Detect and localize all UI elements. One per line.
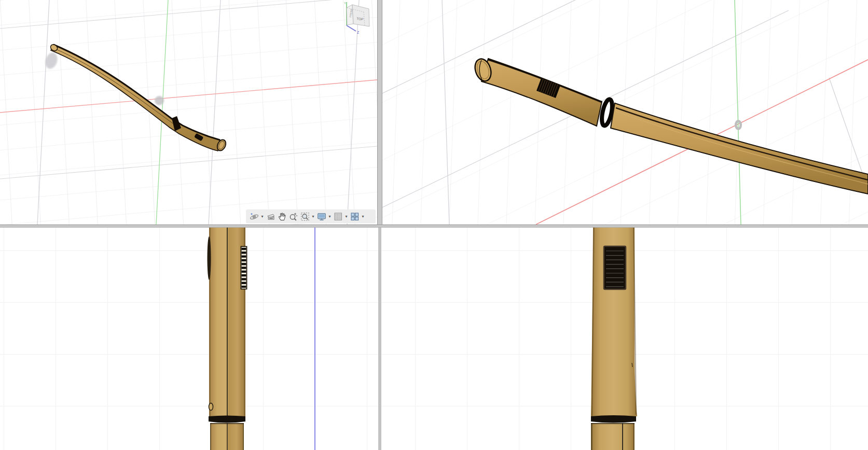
orbit-dropdown-caret[interactable]: ▾ — [260, 211, 265, 222]
z-axis-line — [314, 228, 315, 450]
viewport-bottom-left[interactable] — [0, 228, 378, 450]
viewport-top-right-canvas — [382, 0, 868, 224]
viewport-bottom-right-canvas — [381, 228, 868, 450]
orbit-icon — [250, 212, 259, 221]
grip-edge-on — [208, 236, 211, 280]
viewport-bottom-left-canvas — [0, 228, 378, 450]
horizontal-viewport-divider[interactable] — [0, 224, 868, 228]
perspective-grid — [0, 0, 377, 224]
look-at-icon — [266, 212, 275, 221]
viewport-top-left-canvas: TOP FRONT Y Z — [0, 0, 377, 224]
scabbard-column[interactable] — [591, 423, 635, 450]
model-sword-ortho-side[interactable] — [208, 228, 247, 450]
model-sword-ortho-front[interactable] — [591, 228, 637, 450]
origin-marker[interactable] — [155, 96, 164, 105]
grid-icon — [334, 212, 343, 221]
display-settings-button[interactable] — [316, 211, 327, 222]
viewport-bottom-right[interactable] — [381, 228, 868, 450]
vertical-viewport-divider-top[interactable] — [377, 0, 382, 224]
viewport-top-right[interactable] — [382, 0, 868, 224]
orbit-button[interactable] — [249, 211, 259, 222]
vertical-viewport-divider-bottom[interactable] — [378, 228, 381, 450]
pan-button[interactable] — [277, 211, 287, 222]
navigation-toolbar: ▾ — [246, 209, 376, 223]
ring-band[interactable] — [591, 415, 636, 423]
grid-and-snaps-button[interactable] — [333, 211, 343, 222]
fit-button[interactable] — [299, 211, 310, 222]
viewports-button[interactable] — [349, 211, 360, 222]
pin-detail[interactable] — [209, 403, 213, 411]
grille-detail[interactable] — [604, 246, 626, 289]
y-axis-label: Y — [344, 2, 346, 5]
zoom-button[interactable] — [288, 211, 299, 222]
zoom-icon — [289, 212, 298, 221]
grid-and-snaps-dropdown-caret[interactable]: ▾ — [344, 211, 349, 222]
fit-icon — [300, 212, 310, 221]
ring-band[interactable] — [209, 416, 245, 423]
viewport-top-left[interactable]: TOP FRONT Y Z ▾ — [0, 0, 377, 224]
fit-dropdown-caret[interactable]: ▾ — [311, 211, 315, 222]
cad-quad-view-canvas: TOP FRONT Y Z ▾ — [0, 0, 868, 450]
viewports-icon — [350, 212, 360, 221]
display-settings-dropdown-caret[interactable]: ▾ — [327, 211, 332, 222]
viewports-dropdown-caret[interactable]: ▾ — [361, 211, 365, 222]
display-settings-icon — [317, 212, 326, 221]
pan-hand-icon — [278, 212, 287, 221]
look-at-button[interactable] — [265, 211, 276, 222]
z-axis-label: Z — [357, 31, 360, 34]
ladder-detail[interactable] — [241, 247, 247, 289]
